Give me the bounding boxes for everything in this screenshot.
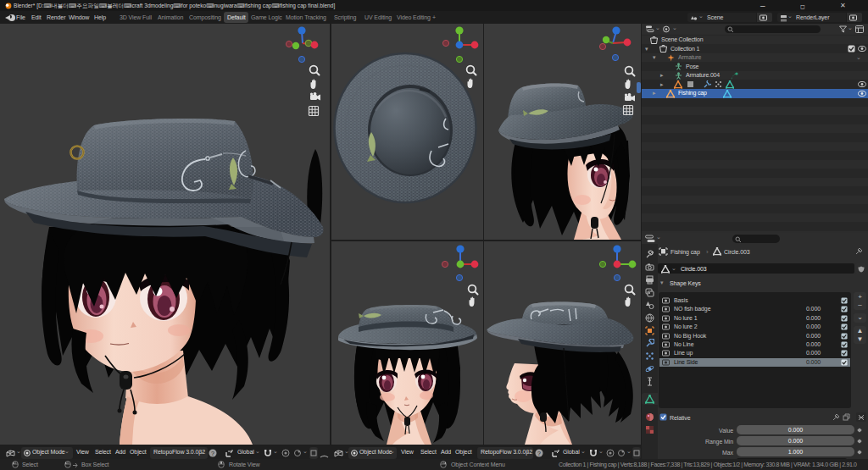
svg-text:?: ? — [537, 451, 541, 456]
svg-text:?: ? — [211, 451, 214, 456]
